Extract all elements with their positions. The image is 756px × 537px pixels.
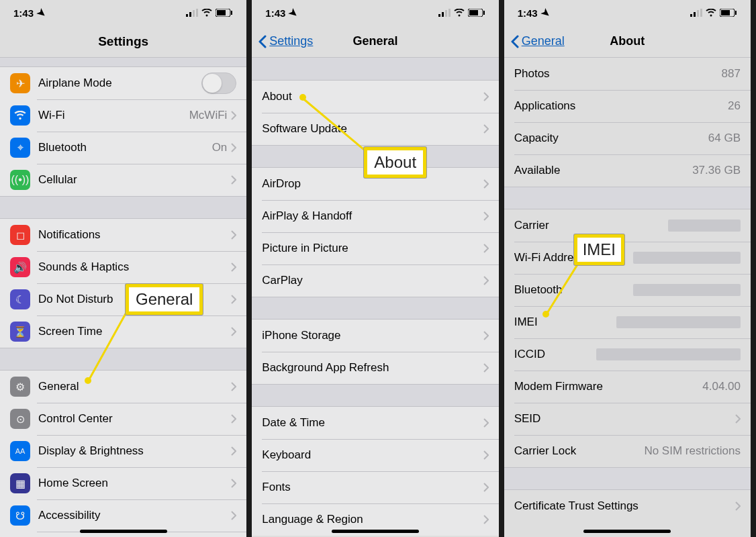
svg-rect-19 xyxy=(721,10,730,15)
callout-about: About xyxy=(364,147,426,178)
row-bgapp[interactable]: Background App Refresh xyxy=(252,352,498,384)
chevron-icon xyxy=(231,143,236,152)
clock: 1:43 xyxy=(265,7,285,19)
row-fonts[interactable]: Fonts xyxy=(252,471,498,503)
home-indicator[interactable] xyxy=(583,530,671,533)
row-imei: IMEI xyxy=(504,306,751,338)
svg-rect-14 xyxy=(690,14,692,17)
svg-rect-13 xyxy=(483,11,485,15)
back-button[interactable]: General xyxy=(504,34,565,48)
svg-rect-7 xyxy=(438,14,440,17)
row-carplay[interactable]: CarPlay xyxy=(252,264,498,297)
row-sounds[interactable]: 🔊 Sounds & Haptics xyxy=(0,251,246,283)
sounds-icon: 🔊 xyxy=(10,257,30,277)
row-cellular[interactable]: ((•)) Cellular xyxy=(0,164,246,196)
chevron-icon xyxy=(483,244,489,253)
chevron-icon xyxy=(483,124,489,134)
home-indicator[interactable] xyxy=(80,530,167,533)
wifi-row-icon xyxy=(10,105,30,126)
row-keyboard[interactable]: Keyboard xyxy=(252,439,498,471)
row-seid[interactable]: SEID xyxy=(504,403,751,435)
chevron-icon xyxy=(231,382,236,391)
chevron-icon xyxy=(231,327,236,336)
callout-general: General xyxy=(126,284,203,315)
row-pip[interactable]: Picture in Picture xyxy=(252,232,498,264)
svg-rect-16 xyxy=(697,10,699,17)
redacted-value xyxy=(616,316,741,328)
airplane-icon: ✈ xyxy=(10,73,30,93)
row-software[interactable]: Software Update xyxy=(252,113,498,145)
back-button[interactable]: Settings xyxy=(252,34,313,48)
row-photos: Photos 887 xyxy=(504,58,751,90)
row-bluetooth: Bluetooth xyxy=(504,274,751,306)
svg-rect-3 xyxy=(196,9,198,17)
chevron-icon xyxy=(483,211,489,221)
dnd-icon: ☾ xyxy=(10,289,30,309)
row-storage[interactable]: iPhone Storage xyxy=(252,320,498,352)
cellular-icon: ((•)) xyxy=(10,170,30,190)
redacted-value xyxy=(668,219,741,232)
chevron-icon xyxy=(231,230,236,240)
row-iccid: ICCID xyxy=(504,338,751,371)
chevron-icon xyxy=(483,363,489,373)
row-airplay[interactable]: AirPlay & Handoff xyxy=(252,200,498,232)
row-apps: Applications 26 xyxy=(504,90,751,122)
row-display[interactable]: AA Display & Brightness xyxy=(0,435,246,467)
row-airplane[interactable]: ✈ Airplane Mode xyxy=(0,67,246,99)
airplane-toggle[interactable] xyxy=(201,72,236,94)
wifi-icon xyxy=(706,9,716,17)
row-carrier: Carrier xyxy=(504,209,751,242)
row-capacity: Capacity 64 GB xyxy=(504,122,751,154)
chevron-icon xyxy=(483,276,489,285)
callout-imei: IMEI xyxy=(574,234,624,265)
svg-rect-2 xyxy=(193,10,195,17)
row-about[interactable]: About xyxy=(252,81,498,113)
row-bluetooth[interactable]: ⌖ Bluetooth On xyxy=(0,132,246,164)
chevron-icon xyxy=(231,111,236,120)
chevron-icon xyxy=(231,479,236,488)
row-control[interactable]: ⊙ Control Center xyxy=(0,403,246,435)
row-screentime[interactable]: ⏳ Screen Time xyxy=(0,315,246,348)
screentime-icon: ⏳ xyxy=(10,322,30,342)
row-access[interactable]: ☋ Accessibility xyxy=(0,499,246,532)
clock: 1:43 xyxy=(518,7,538,19)
chevron-icon xyxy=(483,450,489,460)
chevron-icon xyxy=(483,331,489,340)
page-title: Settings xyxy=(0,34,246,49)
wifi-icon xyxy=(201,9,212,17)
gear-icon: ⚙ xyxy=(10,377,30,397)
wifi-icon xyxy=(454,9,465,17)
chevron-icon xyxy=(231,511,236,520)
row-general[interactable]: ⚙ General xyxy=(0,371,246,403)
svg-rect-9 xyxy=(445,10,447,17)
home-indicator[interactable] xyxy=(332,530,419,533)
svg-rect-12 xyxy=(469,10,478,15)
home-icon: ▦ xyxy=(10,473,30,493)
clock: 1:43 xyxy=(13,7,34,19)
row-datetime[interactable]: Date & Time xyxy=(252,407,498,439)
row-dnd[interactable]: ☾ Do Not Disturb xyxy=(0,283,246,315)
battery-icon xyxy=(720,9,737,17)
signal-icon xyxy=(186,9,198,17)
chevron-icon xyxy=(483,515,489,524)
chevron-icon xyxy=(231,262,236,272)
display-icon: AA xyxy=(10,441,30,461)
signal-icon xyxy=(690,9,702,17)
redacted-value xyxy=(596,348,741,360)
chevron-icon xyxy=(483,418,489,428)
row-home[interactable]: ▦ Home Screen xyxy=(0,467,246,499)
access-icon: ☋ xyxy=(10,505,30,526)
row-cert[interactable]: Certificate Trust Settings xyxy=(504,490,751,522)
location-icon: ➤ xyxy=(538,5,553,20)
row-available: Available 37.36 GB xyxy=(504,154,751,187)
nav-bar: General About xyxy=(504,26,751,58)
svg-rect-8 xyxy=(442,12,444,17)
location-icon: ➤ xyxy=(287,5,301,20)
battery-icon xyxy=(468,9,485,17)
svg-rect-6 xyxy=(231,11,232,15)
row-notifications[interactable]: ◻ Notifications xyxy=(0,219,246,251)
about-screen: 1:43➤ General About Photos 887 Applicati… xyxy=(504,0,756,537)
row-wifi[interactable]: Wi-Fi McWiFi xyxy=(0,99,246,132)
battery-icon xyxy=(216,9,233,17)
signal-icon xyxy=(438,9,451,17)
